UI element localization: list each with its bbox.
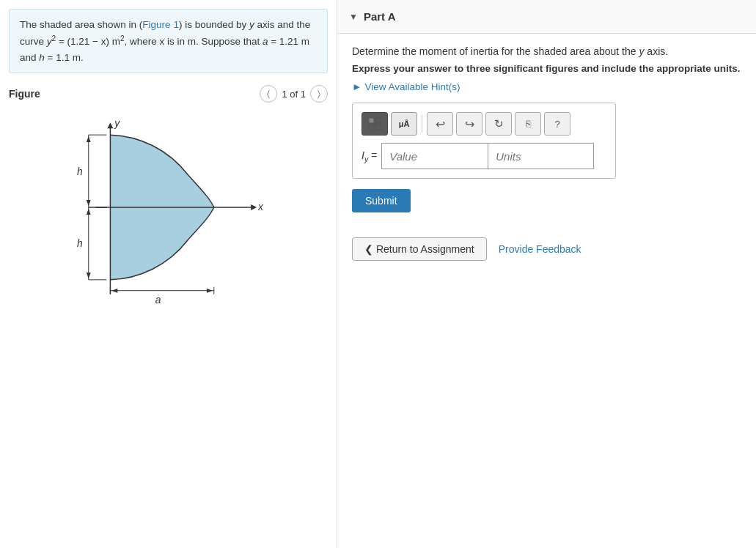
units-input[interactable] (488, 143, 594, 169)
help-icon: ? (554, 119, 559, 130)
svg-rect-1 (369, 118, 374, 123)
x-axis-label: x (257, 201, 264, 212)
answer-box: μÅ ↩ ↪ ↻ ⎘ ? (352, 103, 616, 179)
figure-nav-label: 1 of 1 (282, 89, 306, 100)
h-upper-arrow-bot (87, 200, 91, 206)
redo-icon: ↪ (465, 117, 474, 131)
hint-link[interactable]: ► View Available Hint(s) (352, 81, 741, 92)
a-right-arrow (207, 289, 213, 293)
prev-figure-button[interactable]: 〈 (260, 85, 277, 103)
svg-rect-2 (375, 118, 381, 123)
return-button[interactable]: ❮ Return to Assignment (352, 237, 487, 261)
problem-text: The shaded area shown in (Figure 1) is b… (20, 19, 310, 63)
part-a-label: Part A (364, 10, 396, 23)
redo-button[interactable]: ↪ (456, 112, 482, 136)
keyboard-button[interactable]: ⎘ (515, 112, 541, 136)
help-button[interactable]: ? (544, 112, 570, 136)
problem-text-box: The shaded area shown in (Figure 1) is b… (9, 9, 328, 73)
toolbar-separator-1 (422, 115, 422, 133)
mu-button[interactable]: μÅ (391, 112, 417, 136)
next-figure-button[interactable]: 〉 (310, 85, 328, 103)
feedback-link[interactable]: Provide Feedback (499, 243, 581, 255)
svg-rect-3 (369, 125, 374, 130)
figure-nav: 〈 1 of 1 〉 (260, 85, 328, 103)
input-row: Iy = (362, 143, 606, 169)
figure-diagram: y x h (9, 108, 328, 306)
value-input[interactable] (381, 143, 488, 169)
h-lower-arrow-bot (87, 273, 91, 278)
bottom-actions: ❮ Return to Assignment Provide Feedback (352, 227, 741, 261)
mu-icon: μÅ (399, 119, 410, 128)
input-label: Iy = (362, 149, 377, 163)
right-panel: ▼ Part A Determine the moment of inertia… (337, 0, 756, 548)
toolbar: μÅ ↩ ↪ ↻ ⎘ ? (362, 112, 606, 136)
undo-icon: ↩ (436, 117, 445, 131)
a-left-arrow (111, 289, 117, 293)
h-lower-arrow-top (87, 209, 91, 215)
bold-instruction: Express your answer to three significant… (352, 63, 741, 74)
refresh-icon: ↻ (494, 117, 504, 130)
figure-section: Figure 〈 1 of 1 〉 (9, 85, 328, 308)
keyboard-icon: ⎘ (526, 119, 531, 129)
y-axis-label: y (114, 118, 120, 130)
left-panel: The shaded area shown in (Figure 1) is b… (0, 0, 337, 548)
grid-button[interactable] (362, 112, 388, 136)
figure-link[interactable]: Figure 1 (142, 19, 179, 30)
h-upper-label: h (77, 166, 83, 177)
figure-header: Figure 〈 1 of 1 〉 (9, 85, 328, 103)
svg-rect-4 (375, 125, 381, 130)
h-lower-label: h (77, 238, 83, 250)
y-axis-arrow (107, 123, 113, 129)
h-upper-arrow-top (87, 136, 91, 142)
undo-button[interactable]: ↩ (427, 112, 453, 136)
x-axis-arrow (251, 204, 257, 210)
collapse-icon[interactable]: ▼ (349, 12, 358, 22)
question-text: Determine the moment of inertia for the … (352, 45, 741, 57)
figure-title: Figure (9, 88, 40, 100)
hint-arrow-icon: ► (352, 81, 362, 92)
part-a-header: ▼ Part A (337, 0, 756, 34)
hint-text: View Available Hint(s) (364, 81, 460, 92)
refresh-button[interactable]: ↻ (485, 112, 512, 136)
part-a-content: Determine the moment of inertia for the … (337, 34, 756, 273)
a-label: a (155, 295, 161, 306)
submit-button[interactable]: Submit (352, 189, 411, 212)
grid-icon (368, 117, 381, 130)
